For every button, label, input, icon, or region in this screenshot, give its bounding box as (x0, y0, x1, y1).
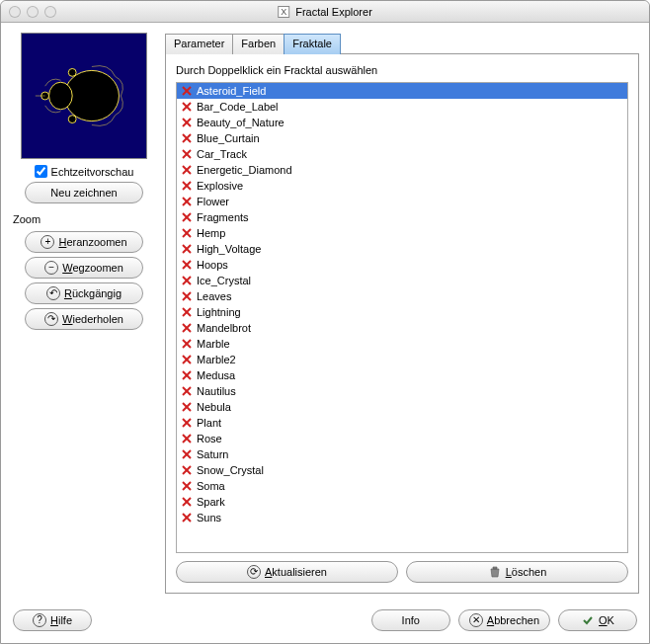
delete-marker-icon (181, 322, 193, 334)
list-item-label: Bar_Code_Label (197, 101, 279, 113)
zoom-in-label: Heranzoomen (58, 236, 126, 248)
titlebar: X Fractal Explorer (1, 1, 649, 23)
cancel-icon: ✕ (469, 613, 483, 627)
delete-button[interactable]: Löschen (406, 561, 628, 583)
help-label: Hilfe (50, 614, 72, 626)
delete-marker-icon (181, 196, 193, 207)
redraw-button[interactable]: Neu zeichnen (25, 182, 143, 203)
fractal-list[interactable]: Asteroid_FieldBar_Code_LabelBeauty_of_Na… (177, 83, 627, 552)
list-item[interactable]: Ice_Crystal (177, 273, 627, 288)
list-item[interactable]: Bar_Code_Label (177, 99, 627, 115)
delete-marker-icon (181, 338, 193, 350)
tab-label: Farben (241, 38, 276, 49)
list-item[interactable]: Nautilus (177, 383, 627, 399)
list-item-label: Lightning (197, 306, 241, 318)
list-item[interactable]: Hemp (177, 225, 627, 241)
list-item[interactable]: Saturn (177, 446, 627, 462)
bottom-right-buttons: Info ✕ Abbrechen OK (371, 609, 637, 631)
list-item-label: Rose (197, 433, 222, 444)
list-item[interactable]: Asteroid_Field (177, 83, 627, 99)
list-item[interactable]: Nebula (177, 399, 627, 415)
redo-label: Wiederholen (62, 313, 123, 325)
list-item-label: Fragments (197, 211, 249, 223)
close-window-button[interactable] (9, 6, 21, 18)
zoom-out-button[interactable]: − Wegzoomen (25, 257, 143, 279)
refresh-label: Aktualisieren (265, 566, 327, 578)
delete-marker-icon (181, 259, 193, 271)
delete-label: Löschen (506, 566, 547, 578)
delete-marker-icon (181, 243, 193, 255)
delete-marker-icon (181, 164, 193, 176)
list-item-label: Flower (197, 196, 229, 207)
content-area: Echtzeitvorschau Neu zeichnen Zoom + Her… (1, 23, 649, 602)
ok-button[interactable]: OK (558, 609, 637, 631)
list-item-label: Hoops (197, 259, 228, 271)
list-item[interactable]: Fragments (177, 209, 627, 225)
list-item-label: Suns (197, 512, 221, 523)
realtime-preview-checkbox-row[interactable]: Echtzeitvorschau (35, 165, 134, 178)
delete-marker-icon (181, 306, 193, 318)
list-item-label: Explosive (197, 180, 243, 192)
list-item[interactable]: Spark (177, 494, 627, 510)
ok-icon (581, 613, 595, 627)
list-item[interactable]: Soma (177, 478, 627, 494)
list-item[interactable]: Plant (177, 415, 627, 431)
delete-marker-icon (181, 180, 193, 192)
list-item[interactable]: Marble2 (177, 352, 627, 367)
list-item[interactable]: Leaves (177, 288, 627, 304)
list-item[interactable]: High_Voltage (177, 241, 627, 257)
realtime-preview-checkbox[interactable] (35, 165, 47, 178)
list-item[interactable]: Energetic_Diamond (177, 162, 627, 178)
list-item[interactable]: Hoops (177, 257, 627, 273)
window: X Fractal Explorer (0, 0, 650, 644)
minimize-window-button[interactable] (27, 6, 39, 18)
svg-point-5 (68, 116, 76, 123)
plus-icon: + (41, 235, 54, 249)
list-item[interactable]: Flower (177, 194, 627, 209)
delete-marker-icon (181, 433, 193, 444)
list-item[interactable]: Marble (177, 336, 627, 352)
list-item[interactable]: Blue_Curtain (177, 130, 627, 146)
list-item-label: Spark (197, 496, 225, 508)
cancel-button[interactable]: ✕ Abbrechen (458, 609, 550, 631)
list-item[interactable]: Explosive (177, 178, 627, 194)
tab-bar: ParameterFarbenFraktale (165, 33, 639, 54)
list-item[interactable]: Rose (177, 431, 627, 446)
tab-parameter[interactable]: Parameter (165, 34, 233, 54)
zoom-window-button[interactable] (44, 6, 56, 18)
delete-marker-icon (181, 101, 193, 113)
list-item[interactable]: Mandelbrot (177, 320, 627, 336)
tab-label: Fraktale (292, 38, 332, 49)
help-button[interactable]: ? Hilfe (13, 609, 92, 631)
undo-label: Rückgängig (64, 287, 122, 299)
redo-button[interactable]: ↷ Wiederholen (25, 308, 143, 330)
zoom-in-button[interactable]: + Heranzoomen (25, 231, 143, 253)
list-item[interactable]: Suns (177, 510, 627, 525)
delete-marker-icon (181, 385, 193, 397)
list-item[interactable]: Car_Track (177, 146, 627, 162)
tab-farben[interactable]: Farben (232, 34, 284, 54)
list-item-label: Beauty_of_Nature (197, 117, 284, 128)
list-item-label: Marble2 (197, 354, 236, 365)
list-item[interactable]: Lightning (177, 304, 627, 320)
list-item-label: Blue_Curtain (197, 132, 260, 144)
tab-label: Parameter (174, 38, 224, 49)
undo-icon: ↶ (46, 286, 60, 300)
list-item-label: Nebula (197, 401, 231, 413)
tab-fraktale[interactable]: Fraktale (284, 34, 341, 54)
list-item[interactable]: Beauty_of_Nature (177, 115, 627, 130)
zoom-section-label: Zoom (13, 213, 41, 225)
refresh-icon: ⟳ (247, 565, 261, 579)
list-item[interactable]: Medusa (177, 367, 627, 383)
list-item[interactable]: Snow_Crystal (177, 462, 627, 478)
info-button[interactable]: Info (371, 609, 450, 631)
delete-marker-icon (181, 496, 193, 508)
delete-marker-icon (181, 512, 193, 523)
help-icon: ? (33, 613, 46, 627)
undo-button[interactable]: ↶ Rückgängig (25, 282, 143, 304)
refresh-button[interactable]: ⟳ Aktualisieren (176, 561, 398, 583)
list-item-label: Leaves (197, 290, 231, 302)
list-item-label: Marble (197, 338, 230, 350)
ok-label: OK (599, 614, 614, 626)
info-label: Info (402, 614, 420, 626)
